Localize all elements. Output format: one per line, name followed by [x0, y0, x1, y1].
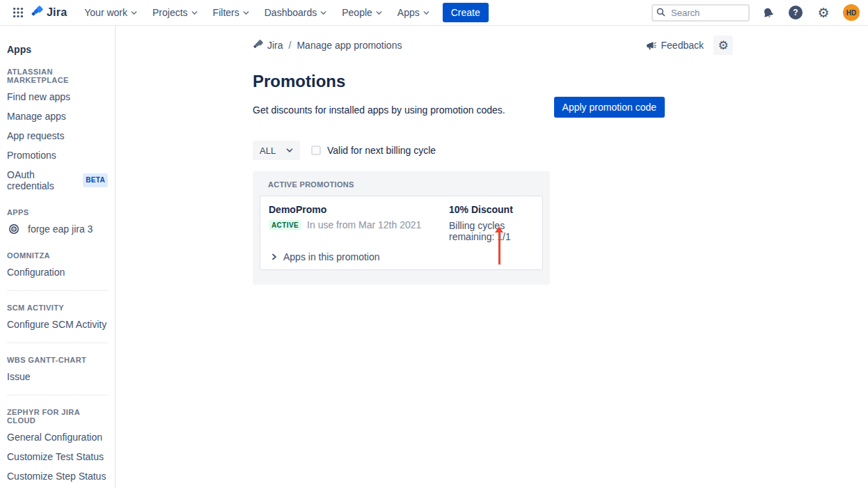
sidebar-item-customize-test-status[interactable]: Customize Test Status	[7, 447, 108, 466]
sidebar-item-issue[interactable]: Issue	[7, 367, 108, 386]
jira-logo-icon	[31, 5, 44, 21]
sidebar-heading-wbs-gantt-chart: WBS GANTT-CHART	[7, 356, 108, 364]
sidebar-heading-scm-activity: SCM ACTIVITY	[7, 304, 108, 312]
promotion-filter-dropdown[interactable]: ALL	[253, 141, 300, 160]
sidebar-item-forge-eap-jira-3[interactable]: forge eap jira 3	[7, 219, 108, 239]
nav-dashboards[interactable]: Dashboards	[257, 2, 335, 23]
sidebar-title: Apps	[7, 44, 108, 55]
promotion-card: DemoPromo ACTIVE In use from Mar 12th 20…	[260, 196, 543, 270]
chevron-down-icon	[131, 10, 137, 16]
promotion-discount: 10% Discount	[449, 204, 534, 215]
primary-navigation: Your work Projects Filters Dashboards Pe…	[77, 2, 436, 23]
billing-cycles-remaining: Billing cycles remaining: 1/1	[449, 220, 534, 242]
main-content: Jira / Manage app promotions Feedback	[116, 26, 868, 488]
sidebar-item-find-new-apps[interactable]: Find new apps	[7, 87, 108, 107]
megaphone-icon	[646, 40, 657, 51]
active-promotions-panel: ACTIVE PROMOTIONS DemoPromo ACTIVE In us…	[253, 171, 550, 285]
billing-cycle-checkbox[interactable]	[311, 145, 321, 155]
nav-filters[interactable]: Filters	[205, 2, 257, 23]
search-input[interactable]	[652, 4, 750, 22]
nav-your-work[interactable]: Your work	[77, 2, 145, 23]
apply-promotion-code-button[interactable]: Apply promotion code	[554, 97, 665, 118]
nav-apps[interactable]: Apps	[390, 2, 437, 23]
sidebar-divider	[7, 343, 108, 343]
chevron-down-icon	[286, 147, 293, 154]
apps-sidebar: Apps ATLASSIAN MARKETPLACE Find new apps…	[0, 26, 116, 488]
settings-button[interactable]: ⚙	[815, 4, 832, 21]
nav-people[interactable]: People	[334, 2, 390, 23]
gear-icon: ⚙	[718, 40, 728, 52]
top-navigation-bar: Jira Your work Projects Filters Dashboar…	[0, 0, 868, 26]
sidebar-item-configuration[interactable]: Configuration	[7, 262, 108, 282]
page-description: Get discounts for installed apps by usin…	[253, 101, 505, 116]
target-icon	[8, 223, 19, 235]
chevron-right-icon	[271, 253, 277, 260]
sidebar-item-oauth-credentials[interactable]: OAuth credentials BETA	[7, 165, 108, 196]
sidebar-item-general-configuration[interactable]: General Configuration	[7, 427, 108, 447]
panel-heading: ACTIVE PROMOTIONS	[268, 180, 543, 189]
breadcrumb-separator: /	[289, 40, 292, 51]
breadcrumb-jira-link[interactable]: Jira	[253, 39, 283, 52]
sidebar-divider	[7, 290, 108, 291]
status-badge: ACTIVE	[269, 220, 301, 230]
product-name: Jira	[47, 6, 67, 19]
promotion-in-use-text: In use from Mar 12th 2021	[307, 219, 421, 230]
beta-badge: BETA	[83, 173, 108, 187]
sidebar-item-app-requests[interactable]: App requests	[7, 126, 108, 145]
app-switcher-icon[interactable]	[10, 4, 26, 21]
breadcrumb: Jira / Manage app promotions	[253, 39, 402, 52]
user-avatar[interactable]: HD	[843, 4, 860, 21]
jira-logo[interactable]: Jira	[31, 5, 67, 21]
jira-logo-icon	[253, 39, 264, 52]
chevron-down-icon	[423, 10, 429, 16]
search-container	[652, 4, 750, 22]
sidebar-heading-oomnitza: OOMNITZA	[7, 251, 108, 260]
sidebar-divider	[7, 395, 108, 395]
sidebar-heading-apps: APPS	[7, 208, 108, 217]
sidebar-item-customize-step-status[interactable]: Customize Step Status	[7, 466, 108, 486]
create-button[interactable]: Create	[443, 3, 489, 22]
apps-in-promotion-expander[interactable]: Apps in this promotion	[269, 251, 534, 262]
help-icon: ?	[789, 6, 803, 19]
promotion-name: DemoPromo	[269, 204, 449, 215]
sidebar-item-promotions[interactable]: Promotions	[7, 145, 108, 165]
chevron-down-icon	[191, 10, 198, 16]
sidebar-heading-atlassian-marketplace: ATLASSIAN MARKETPLACE	[7, 68, 108, 84]
sidebar-heading-zephyr: ZEPHYR FOR JIRA CLOUD	[7, 408, 108, 425]
chevron-down-icon	[376, 10, 382, 16]
sidebar-item-manage-apps[interactable]: Manage apps	[7, 107, 108, 126]
page-title: Promotions	[253, 72, 665, 91]
page-settings-button[interactable]: ⚙	[713, 36, 733, 55]
chevron-down-icon	[243, 10, 249, 16]
dropdown-selected-value: ALL	[260, 145, 276, 156]
billing-cycle-checkbox-label[interactable]: Valid for next billing cycle	[327, 145, 436, 156]
sidebar-item-configure-scm-activity[interactable]: Configure SCM Activity	[7, 315, 108, 334]
search-icon	[656, 8, 665, 17]
gear-icon: ⚙	[817, 6, 829, 19]
notifications-button[interactable]	[759, 4, 776, 21]
feedback-button[interactable]: Feedback	[646, 40, 704, 51]
chevron-down-icon	[320, 10, 326, 16]
breadcrumb-current[interactable]: Manage app promotions	[297, 40, 402, 51]
notification-bell-icon	[760, 5, 775, 19]
help-button[interactable]: ?	[787, 4, 804, 21]
nav-projects[interactable]: Projects	[145, 2, 205, 23]
